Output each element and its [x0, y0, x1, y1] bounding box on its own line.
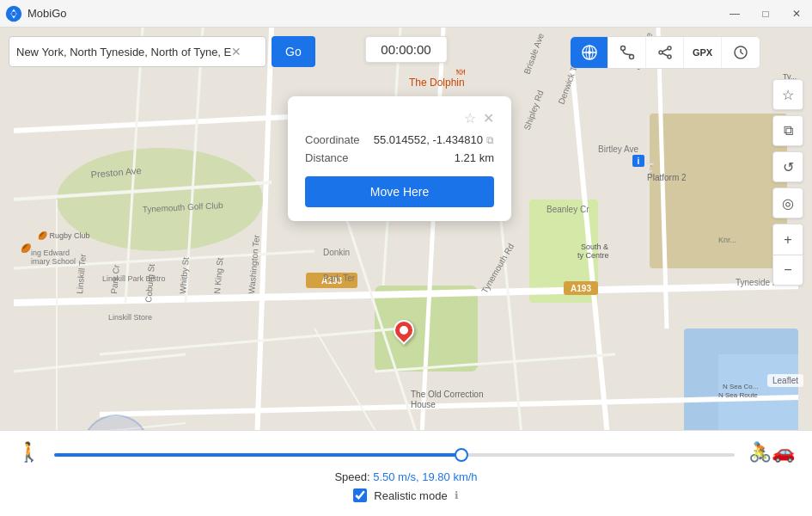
- svg-text:🍸: 🍸: [645, 162, 656, 173]
- svg-text:House: House: [411, 400, 436, 409]
- realistic-mode-label[interactable]: Realistic mode: [374, 489, 447, 502]
- search-input-wrapper: ✕: [9, 36, 266, 67]
- speed-info: Speed: 5.50 m/s, 19.80 km/h: [17, 470, 795, 483]
- svg-line-89: [662, 49, 668, 52]
- car-transport-icon[interactable]: 🚗: [772, 441, 795, 464]
- walk-transport-icon[interactable]: 🚶: [17, 441, 40, 464]
- window-controls: — □ ✕: [719, 0, 812, 28]
- speed-panel: 🚶 🚴 🚗 Speed: 5.50 m/s, 19.80 km/h Realis…: [0, 430, 812, 516]
- coordinate-popup: ☆ ✕ Coordinate 55.014552, -1.434810 ⧉ Di…: [288, 96, 511, 221]
- speed-slider[interactable]: [54, 453, 735, 457]
- svg-text:🍽: 🍽: [456, 67, 465, 77]
- svg-text:Linskill Park Bistro: Linskill Park Bistro: [102, 274, 166, 283]
- leaflet-attribution: Leaflet: [767, 374, 803, 387]
- svg-text:i: i: [638, 157, 640, 166]
- svg-text:Park Ter: Park Ter: [323, 273, 356, 283]
- transport-row: 🚶 🚴 🚗: [17, 441, 795, 464]
- clear-search-icon[interactable]: ✕: [231, 45, 241, 58]
- svg-text:imary School: imary School: [31, 257, 76, 266]
- svg-point-1: [11, 11, 16, 16]
- app-logo: [0, 0, 27, 28]
- speed-slider-wrapper: [54, 445, 735, 460]
- svg-text:Donkin: Donkin: [323, 248, 350, 257]
- realistic-info-icon[interactable]: ℹ: [455, 489, 459, 501]
- share-button[interactable]: [646, 37, 684, 68]
- move-here-button[interactable]: Move Here: [305, 176, 494, 207]
- svg-text:A193: A193: [571, 284, 591, 293]
- realistic-mode-row: Realistic mode ℹ: [17, 488, 795, 502]
- coordinate-label: Coordinate: [305, 133, 360, 146]
- search-bar: ✕ Go: [9, 36, 315, 67]
- svg-text:Linskill Store: Linskill Store: [108, 313, 152, 322]
- route-mode-button[interactable]: [608, 37, 646, 68]
- toolbar: GPX: [570, 36, 760, 69]
- svg-text:ing Edward: ing Edward: [31, 249, 70, 257]
- svg-line-93: [741, 52, 743, 54]
- svg-point-87: [659, 51, 662, 54]
- svg-point-84: [620, 46, 625, 51]
- svg-text:Platform 2: Platform 2: [647, 173, 687, 182]
- map-area: A193 A193 A193 i 🏉 🍽 The Dolphin The Old…: [0, 28, 812, 516]
- svg-line-90: [662, 53, 668, 56]
- gpx-button[interactable]: GPX: [684, 37, 722, 68]
- destination-pin: [394, 320, 414, 341]
- popup-close-icon[interactable]: ✕: [483, 110, 494, 126]
- history-button[interactable]: [722, 37, 760, 68]
- svg-text:Birtley Ave: Birtley Ave: [598, 144, 638, 154]
- minimize-button[interactable]: —: [719, 0, 750, 28]
- coordinate-value: 55.014552, -1.434810 ⧉: [374, 133, 494, 146]
- zoom-controls: + −: [772, 224, 803, 286]
- teleport-mode-button[interactable]: [571, 37, 608, 68]
- svg-rect-6: [650, 114, 787, 268]
- svg-text:South &: South &: [581, 243, 608, 251]
- bike-transport-icon[interactable]: 🚴: [748, 441, 772, 464]
- maximize-button[interactable]: □: [750, 0, 781, 28]
- svg-point-86: [668, 46, 671, 50]
- favorite-location-button[interactable]: ☆: [772, 79, 803, 110]
- coordinate-row: Coordinate 55.014552, -1.434810 ⧉: [305, 133, 494, 146]
- svg-point-88: [668, 55, 671, 58]
- copy-coordinate-icon[interactable]: ⧉: [486, 134, 494, 146]
- timer-display: 00:00:00: [364, 36, 447, 63]
- distance-row: Distance 1.21 km: [305, 151, 494, 164]
- go-button[interactable]: Go: [272, 36, 315, 67]
- svg-text:The Old Correction: The Old Correction: [411, 390, 483, 399]
- app-title: MobiGo: [27, 7, 719, 20]
- distance-value: 1.21 km: [455, 151, 494, 164]
- close-button[interactable]: ✕: [781, 0, 812, 28]
- center-location-button[interactable]: ◎: [772, 187, 803, 218]
- svg-point-83: [588, 51, 591, 54]
- zoom-in-button[interactable]: +: [772, 224, 803, 255]
- svg-text:Beanley Cr: Beanley Cr: [546, 205, 589, 214]
- svg-text:N Sea Route: N Sea Route: [718, 391, 758, 399]
- svg-text:Knr...: Knr...: [718, 236, 736, 244]
- distance-label: Distance: [305, 151, 349, 164]
- realistic-mode-checkbox[interactable]: [353, 488, 367, 502]
- svg-text:ty Centre: ty Centre: [577, 251, 609, 260]
- popup-header: ☆ ✕: [305, 110, 494, 126]
- svg-text:N Sea Co...: N Sea Co...: [723, 383, 758, 390]
- svg-text:The Dolphin: The Dolphin: [409, 77, 465, 89]
- title-bar: MobiGo — □ ✕: [0, 0, 812, 28]
- favorite-icon[interactable]: ☆: [464, 110, 476, 126]
- right-controls: ☆ ⧉ ↺ ◎ + −: [772, 79, 803, 286]
- search-input[interactable]: [16, 46, 231, 58]
- svg-text:🏉 Rugby Club: 🏉 Rugby Club: [38, 230, 90, 241]
- reset-button[interactable]: ↺: [772, 151, 803, 182]
- copy-location-button[interactable]: ⧉: [772, 115, 803, 146]
- zoom-out-button[interactable]: −: [772, 255, 803, 286]
